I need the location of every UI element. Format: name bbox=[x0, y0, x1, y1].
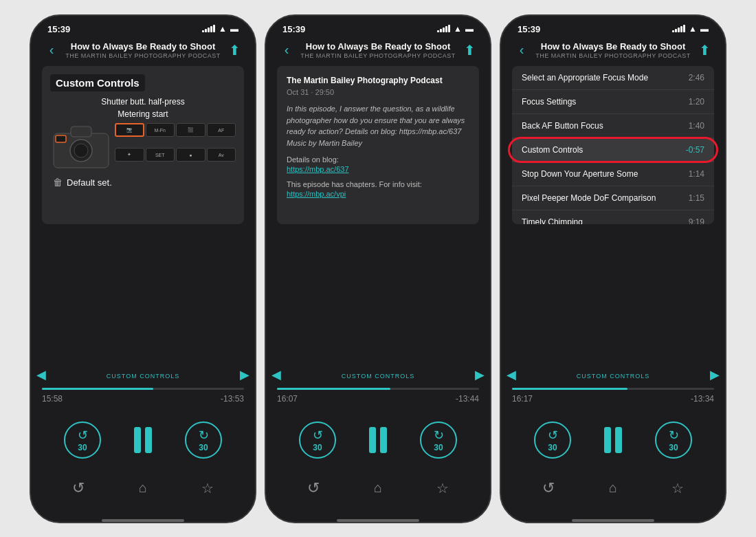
status-icons-1: ▲ ▬ bbox=[202, 24, 238, 34]
pause-button-2[interactable] bbox=[369, 427, 387, 453]
forward-button-3[interactable]: ↻ 30 bbox=[655, 421, 692, 459]
back-button-3[interactable]: ‹ bbox=[512, 42, 531, 58]
rewind-button-2[interactable]: ↺ 30 bbox=[299, 421, 336, 459]
nav-arrows-2: ◀ CUSTOM CONTROLS ▶ bbox=[266, 364, 490, 385]
progress-fill-2 bbox=[277, 388, 390, 390]
time-3: 15:39 bbox=[518, 24, 540, 34]
chapter-item-2[interactable]: Back AF Button Focus1:40 bbox=[512, 114, 714, 138]
battery-icon-3: ▬ bbox=[700, 24, 709, 34]
forward-button-2[interactable]: ↻ 30 bbox=[420, 421, 457, 459]
forward-num-2: 30 bbox=[434, 443, 443, 452]
podcast-link[interactable]: https://mbp.ac/637 bbox=[287, 165, 469, 173]
progress-fill-3 bbox=[512, 388, 627, 390]
pause-button-3[interactable] bbox=[604, 427, 622, 453]
progress-area-1: 15:58 -13:53 bbox=[31, 385, 255, 405]
tab-home-icon-2: ⌂ bbox=[374, 480, 382, 496]
tab-home-3[interactable]: ⌂ bbox=[609, 480, 617, 496]
controls-2: ↺ 30 ↻ 30 bbox=[266, 405, 490, 472]
back-button-1[interactable]: ‹ bbox=[42, 42, 61, 58]
cam-cell-6: SET bbox=[146, 148, 175, 162]
tab-back-2[interactable]: ↺ bbox=[307, 479, 320, 497]
status-bar-2: 15:39 ▲ ▬ bbox=[266, 16, 490, 37]
forward-arrow-3: ↻ bbox=[669, 428, 679, 443]
rewind-num-3: 30 bbox=[548, 443, 557, 452]
progress-track-3[interactable] bbox=[512, 388, 714, 390]
forward-button-1[interactable]: ↻ 30 bbox=[185, 421, 222, 459]
tab-back-1[interactable]: ↺ bbox=[72, 479, 85, 497]
chapter-item-0[interactable]: Select an Appropriate Focus Mode2:46 bbox=[512, 66, 714, 90]
chapter-item-6[interactable]: Timely Chimping9:19 bbox=[512, 210, 714, 224]
next-arrow-3[interactable]: ▶ bbox=[707, 364, 722, 385]
rewind-num-2: 30 bbox=[313, 443, 322, 452]
chapter-name-6: Timely Chimping bbox=[522, 217, 583, 224]
remaining-time-3: -13:34 bbox=[691, 394, 714, 404]
wifi-icon-1: ▲ bbox=[219, 24, 227, 34]
chapter-time-6: 9:19 bbox=[689, 217, 704, 224]
content-2: The Martin Bailey Photography Podcast Oc… bbox=[266, 66, 490, 364]
progress-track-1[interactable] bbox=[42, 388, 244, 390]
progress-track-2[interactable] bbox=[277, 388, 479, 390]
header-center-1: How to Always Be Ready to Shoot THE MART… bbox=[61, 41, 225, 60]
tab-star-icon-1: ☆ bbox=[201, 480, 214, 496]
signal-3 bbox=[672, 25, 685, 32]
prev-arrow-3[interactable]: ◀ bbox=[504, 364, 519, 385]
tab-home-2[interactable]: ⌂ bbox=[374, 480, 382, 496]
chapter-item-5[interactable]: Pixel Peeper Mode DoF Comparison1:15 bbox=[512, 186, 714, 210]
camera-subtitle1: Shutter butt. half-press bbox=[50, 97, 236, 107]
share-button-2[interactable]: ⬆ bbox=[460, 42, 479, 58]
tab-back-icon-1: ↺ bbox=[72, 479, 85, 497]
tab-home-icon-1: ⌂ bbox=[139, 480, 147, 496]
controls-1: ↺ 30 ↻ 30 bbox=[31, 405, 255, 472]
battery-icon-1: ▬ bbox=[230, 24, 238, 34]
forward-arrow-2: ↻ bbox=[434, 428, 444, 443]
tab-star-3[interactable]: ☆ bbox=[671, 480, 684, 496]
header-title-1: How to Always Be Ready to Shoot bbox=[61, 41, 225, 53]
share-button-3[interactable]: ⬆ bbox=[695, 42, 714, 58]
pause-button-1[interactable] bbox=[134, 427, 152, 453]
prev-arrow-1[interactable]: ◀ bbox=[34, 364, 49, 385]
prev-arrow-2[interactable]: ◀ bbox=[269, 364, 284, 385]
next-arrow-1[interactable]: ▶ bbox=[237, 364, 252, 385]
progress-times-1: 15:58 -13:53 bbox=[42, 393, 244, 405]
tab-star-icon-2: ☆ bbox=[436, 480, 449, 496]
back-button-2[interactable]: ‹ bbox=[277, 42, 296, 58]
current-time-2: 16:07 bbox=[277, 394, 298, 404]
svg-rect-4 bbox=[56, 135, 66, 142]
cam-cell-1: 📷 bbox=[115, 123, 144, 137]
remaining-time-1: -13:53 bbox=[221, 394, 244, 404]
status-icons-2: ▲ ▬ bbox=[437, 24, 474, 34]
phone-3: 15:39 ▲ ▬ ‹ How to Always Be Ready to Sh… bbox=[500, 14, 726, 523]
chapter-name-3: Custom Controls bbox=[522, 145, 583, 155]
tab-back-3[interactable]: ↺ bbox=[542, 479, 555, 497]
rewind-num-1: 30 bbox=[78, 443, 87, 452]
pause-bars-3 bbox=[604, 427, 622, 453]
tab-star-2[interactable]: ☆ bbox=[436, 480, 449, 496]
phone-2: 15:39 ▲ ▬ ‹ How to Always Be Ready to Sh… bbox=[265, 14, 491, 523]
remaining-time-2: -13:44 bbox=[456, 394, 479, 404]
chapter-strip-3: CUSTOM CONTROLS bbox=[519, 367, 707, 382]
chapter-time-4: 1:14 bbox=[689, 169, 704, 179]
controls-3: ↺ 30 ↻ 30 bbox=[501, 405, 725, 472]
header-title-3: How to Always Be Ready to Shoot bbox=[531, 41, 695, 53]
svg-point-3 bbox=[74, 144, 88, 157]
chapters-link[interactable]: https://mbp.ac/vpi bbox=[287, 190, 469, 198]
forward-num-3: 30 bbox=[669, 443, 678, 452]
rewind-button-1[interactable]: ↺ 30 bbox=[64, 421, 101, 459]
chapter-name-0: Select an Appropriate Focus Mode bbox=[522, 73, 648, 83]
rewind-button-3[interactable]: ↺ 30 bbox=[534, 421, 571, 459]
chapter-time-3: -0:57 bbox=[686, 145, 704, 155]
tab-home-1[interactable]: ⌂ bbox=[139, 480, 147, 496]
progress-area-2: 16:07 -13:44 bbox=[266, 385, 490, 405]
tab-star-1[interactable]: ☆ bbox=[201, 480, 214, 496]
share-button-1[interactable]: ⬆ bbox=[225, 42, 244, 58]
chapter-item-4[interactable]: Stop Down Your Aperture Some1:14 bbox=[512, 162, 714, 186]
chapter-strip-1: CUSTOM CONTROLS bbox=[49, 367, 237, 382]
chapter-item-1[interactable]: Focus Settings1:20 bbox=[512, 90, 714, 114]
header-title-2: How to Always Be Ready to Shoot bbox=[296, 41, 460, 53]
next-arrow-2[interactable]: ▶ bbox=[472, 364, 487, 385]
bottom-tabs-2: ↺ ⌂ ☆ bbox=[266, 472, 490, 514]
default-set: 🗑 Default set. bbox=[50, 174, 236, 190]
podcast-title: The Martin Bailey Photography Podcast bbox=[287, 76, 469, 85]
chapter-item-3[interactable]: Custom Controls-0:57 bbox=[512, 138, 714, 162]
rewind-arrow-3: ↺ bbox=[548, 428, 558, 443]
